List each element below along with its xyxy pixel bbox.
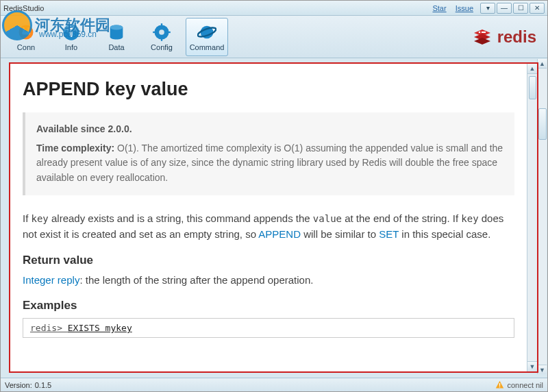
svg-point-5 [70, 27, 73, 29]
time-complexity-label: Time complexity: [36, 143, 114, 154]
titlebar-links: Star Issue [432, 4, 480, 12]
window-title: RedisStudio [3, 4, 44, 12]
svg-rect-3 [22, 31, 30, 34]
scroll-down-icon[interactable]: ▼ [527, 361, 537, 371]
toolbar-conn[interactable]: Conn [5, 18, 47, 56]
append-link[interactable]: APPEND [258, 228, 301, 240]
code-key: key [461, 213, 478, 224]
svg-point-20 [478, 31, 480, 33]
redis-icon [471, 26, 493, 48]
svg-point-10 [159, 29, 164, 35]
svg-point-8 [110, 25, 123, 29]
toolbar-command[interactable]: Command [186, 18, 228, 56]
version-label: Version: [5, 381, 32, 389]
code-value: value [313, 213, 342, 224]
toolbar-info[interactable]: Info [50, 18, 92, 56]
status-bar: Version: 0.1.5 connect nil [1, 378, 547, 391]
title-bar: RedisStudio Star Issue ▾ — ☐ ✕ [1, 1, 547, 16]
issue-link[interactable]: Issue [456, 4, 473, 12]
toolbar-label: Info [65, 43, 77, 51]
code-key: key [32, 213, 49, 224]
svg-marker-19 [474, 38, 490, 45]
toolbar-config[interactable]: Config [140, 18, 183, 56]
scroll-down-icon[interactable]: ▼ [538, 365, 547, 374]
gear-icon [152, 23, 171, 42]
toolbar-label: Config [151, 43, 173, 51]
info-icon [62, 23, 81, 42]
version-value: 0.1.5 [35, 381, 51, 389]
svg-rect-12 [161, 38, 162, 41]
minimize-button[interactable]: — [497, 3, 512, 14]
scroll-up-icon[interactable]: ▲ [538, 59, 547, 69]
close-button[interactable]: ✕ [530, 3, 545, 14]
svg-rect-24 [499, 387, 500, 387]
inner-scrollbar[interactable]: ▲ ▼ [527, 64, 537, 371]
svg-rect-14 [167, 31, 171, 32]
set-link[interactable]: SET [379, 228, 399, 240]
svg-rect-11 [161, 23, 162, 27]
description-paragraph: If key already exists and is a string, t… [23, 210, 514, 243]
info-box: Available since 2.0.0. Time complexity: … [23, 112, 514, 195]
return-value-heading: Return value [23, 254, 514, 267]
connection-status: connect nil [507, 381, 543, 389]
plug-icon [16, 23, 36, 42]
scroll-thumb[interactable] [529, 76, 536, 99]
toolbar-label: Conn [17, 43, 35, 51]
svg-rect-23 [499, 383, 500, 386]
star-link[interactable]: Star [432, 4, 446, 12]
dropdown-button[interactable]: ▾ [480, 3, 495, 14]
scroll-up-icon[interactable]: ▲ [527, 64, 537, 74]
example-command: EXISTS mykey [68, 323, 132, 333]
toolbar-label: Command [190, 43, 225, 51]
example-prompt: redis> [30, 323, 68, 333]
example-box: redis> EXISTS mykey [23, 318, 514, 338]
content-frame: APPEND key value Available since 2.0.0. … [9, 62, 538, 373]
toolbar-data[interactable]: Data [95, 18, 138, 56]
outer-scrollbar[interactable]: ▲ ▼ [537, 59, 547, 374]
redis-logo-text: redis [497, 27, 536, 47]
toolbar: Conn Info Data Config Command redis [1, 16, 547, 58]
scroll-thumb[interactable] [538, 108, 547, 140]
return-value-text: Integer reply: the length of the string … [23, 273, 514, 289]
maximize-button[interactable]: ☐ [513, 3, 528, 14]
examples-heading: Examples [23, 299, 514, 313]
command-title: APPEND key value [23, 79, 514, 100]
redis-logo: redis [471, 26, 536, 48]
integer-reply-link[interactable]: Integer reply [23, 274, 79, 286]
svg-rect-6 [70, 30, 72, 36]
database-icon [107, 23, 126, 42]
svg-rect-21 [482, 32, 486, 33]
svg-rect-13 [153, 31, 156, 32]
toolbar-label: Data [108, 43, 124, 51]
warning-icon [495, 380, 504, 389]
available-since: Available since 2.0.0. [36, 122, 503, 137]
documentation-panel: APPEND key value Available since 2.0.0. … [10, 64, 527, 371]
planet-icon [197, 23, 216, 42]
